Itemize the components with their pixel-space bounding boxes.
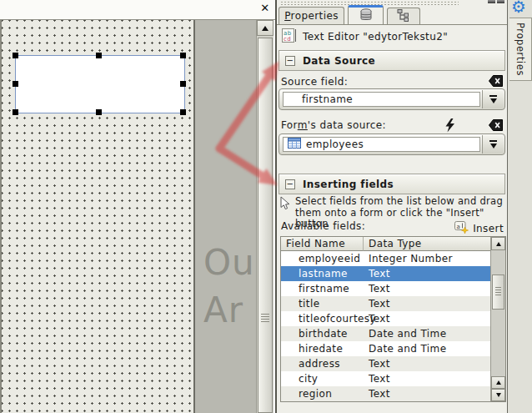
source-field-label: Source field:: [281, 76, 348, 88]
designer-content: Ou Ar: [0, 20, 275, 413]
resize-handle-w[interactable]: [13, 81, 18, 87]
field-name-cell: lastname: [281, 266, 364, 281]
data-source-section-header[interactable]: − Data Source: [279, 50, 505, 71]
dropdown-button[interactable]: [482, 90, 504, 108]
sidebar-tab-label: Properties: [514, 23, 526, 76]
tab-properties[interactable]: Properties: [279, 7, 344, 24]
clear-form-data-source-icon[interactable]: [489, 119, 503, 133]
designer-titlebar: ✕: [0, 0, 275, 20]
data-type-cell: Text: [364, 296, 491, 311]
table-row[interactable]: title Text: [281, 296, 491, 311]
table-row[interactable]: birthdate Date and Time: [281, 326, 491, 341]
available-fields-table: Field Name Data Type employeeid Integer …: [280, 236, 506, 402]
form-designer-pane: ✕ Ou Ar: [0, 0, 275, 413]
scroll-grip: [495, 287, 501, 295]
resize-handle-ne[interactable]: [180, 53, 186, 58]
clear-source-field-icon[interactable]: [489, 75, 503, 89]
form-data-source-combobox[interactable]: employees: [279, 133, 505, 155]
resize-handle-s[interactable]: [96, 109, 102, 115]
fields-list-scrollbar[interactable]: [490, 237, 505, 401]
scroll-thumb[interactable]: [258, 38, 273, 413]
chevron-down-icon: [490, 144, 497, 149]
available-fields-label: Available fields:: [281, 220, 365, 232]
table-row[interactable]: employeeid Integer Number: [281, 251, 491, 266]
table-row[interactable]: titleofcourtesy Text: [281, 311, 491, 326]
close-icon[interactable]: ✕: [258, 2, 272, 15]
form-data-source-value[interactable]: employees: [283, 137, 480, 152]
go-to-data-source-icon[interactable]: [444, 118, 455, 135]
collapse-icon[interactable]: −: [285, 56, 295, 66]
table-row-selected[interactable]: lastname Text: [281, 266, 491, 281]
scroll-up-button[interactable]: [257, 20, 274, 36]
field-name-cell: employeeid: [281, 251, 364, 266]
table-row[interactable]: address Text: [281, 356, 491, 371]
widget-tree-icon: [397, 9, 410, 24]
field-name-cell: firstname: [281, 281, 364, 296]
app-screen: ✕ Ou Ar: [0, 0, 532, 413]
source-field-combobox[interactable]: firstname: [279, 88, 505, 110]
insert-button[interactable]: a Insert: [454, 220, 504, 236]
field-name-cell: birthdate: [281, 326, 364, 341]
resize-handle-se[interactable]: [180, 109, 186, 115]
scroll-up-button[interactable]: [491, 237, 505, 250]
scroll-thumb[interactable]: [492, 274, 504, 310]
resize-handle-n[interactable]: [96, 53, 102, 58]
field-name-cell: address: [281, 356, 364, 371]
sidebar-tab-properties[interactable]: Properties: [509, 18, 532, 81]
table-icon: [288, 138, 301, 151]
data-type-cell: Text: [364, 266, 491, 281]
svg-text:cd: cd: [284, 36, 291, 43]
tab-properties-label: Properties: [284, 10, 339, 22]
field-name-cell: titleofcourtesy: [281, 311, 364, 326]
tab-widget-tree[interactable]: [387, 8, 420, 24]
scroll-up-button-bottom[interactable]: [491, 376, 505, 389]
data-type-cell: Integer Number: [364, 251, 491, 266]
tab-data-source[interactable]: [348, 5, 384, 24]
section-title: Inserting fields: [303, 179, 394, 190]
dock-close-button[interactable]: [497, 0, 504, 3]
available-fields-row: Available fields: a Insert: [281, 220, 504, 234]
properties-panel: Properties: [275, 0, 507, 413]
table-row[interactable]: hiredate Date and Time: [281, 341, 491, 356]
collapse-icon[interactable]: −: [285, 179, 295, 189]
data-type-cell: Text: [364, 311, 491, 326]
outside-form-area: Ou Ar: [193, 20, 258, 413]
table-header: Field Name Data Type: [281, 237, 491, 251]
selected-widget-header: ab cd Text Editor "edytorTekstu2": [277, 26, 507, 48]
column-header-data-type[interactable]: Data Type: [364, 237, 491, 251]
data-type-cell: Date and Time: [364, 341, 491, 356]
resize-handle-sw[interactable]: [13, 109, 18, 115]
design-vertical-scrollbar[interactable]: [256, 20, 274, 413]
data-type-cell: Date and Time: [364, 326, 491, 341]
scroll-grip: [261, 314, 269, 322]
field-name-cell: hiredate: [281, 341, 364, 356]
insert-button-label: Insert: [473, 223, 504, 234]
background-text: Ou Ar: [203, 239, 255, 334]
data-type-cell: Text: [364, 371, 491, 386]
table-body: employeeid Integer Number lastname Text …: [281, 251, 491, 401]
section-title: Data Source: [303, 55, 375, 67]
dropdown-button[interactable]: [482, 135, 504, 154]
source-field-value[interactable]: firstname: [283, 92, 480, 107]
selected-text-editor-widget[interactable]: [15, 55, 185, 113]
data-type-cell: Text: [364, 386, 491, 401]
form-canvas[interactable]: [0, 20, 195, 413]
chevron-down-icon: [490, 98, 497, 103]
gear-icon: ⚙: [511, 0, 526, 17]
inserting-fields-section-header[interactable]: − Inserting fields: [279, 174, 505, 194]
table-row[interactable]: region Text: [281, 386, 491, 401]
table-row[interactable]: firstname Text: [281, 281, 491, 296]
dock-sidebar: ⚙ Properties: [507, 0, 532, 413]
field-name-cell: city: [281, 371, 364, 386]
column-header-field-name[interactable]: Field Name: [281, 237, 364, 251]
field-name-cell: title: [281, 296, 364, 311]
scroll-down-button[interactable]: [491, 389, 505, 401]
svg-text:a: a: [457, 224, 461, 230]
table-row[interactable]: city Text: [281, 371, 491, 386]
resize-handle-e[interactable]: [180, 81, 186, 87]
insert-field-icon: a: [454, 220, 469, 236]
selected-widget-title: Text Editor "edytorTekstu2": [303, 31, 448, 43]
database-icon: [359, 8, 373, 24]
resize-handle-nw[interactable]: [13, 53, 18, 58]
dock-float-button[interactable]: [488, 0, 495, 3]
